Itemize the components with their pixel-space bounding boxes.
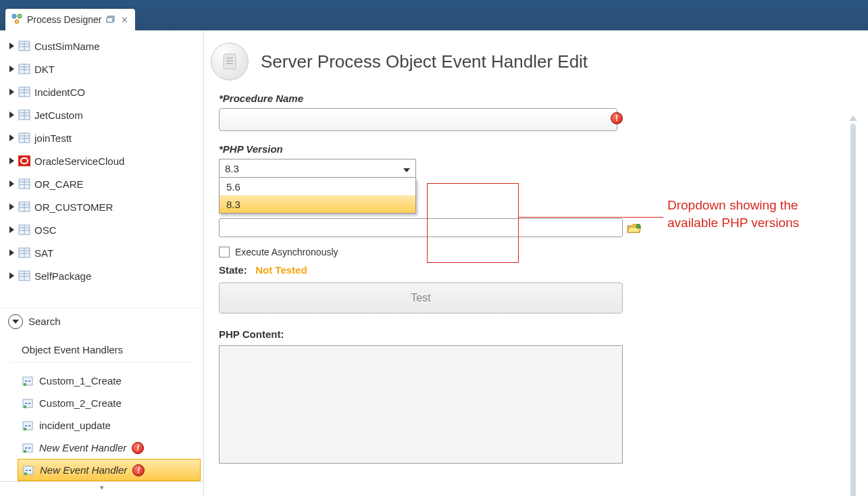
table-icon xyxy=(18,201,30,212)
chevron-down-icon xyxy=(8,314,23,329)
sidebar: CustSimNameDKTIncidentCOJetCustomjoinTes… xyxy=(0,30,204,496)
php-version-value: 8.3 xyxy=(225,163,239,174)
error-icon: ! xyxy=(132,442,144,454)
handler-label: New Event Handler xyxy=(39,442,126,453)
scrollbar[interactable] xyxy=(849,116,857,496)
tree-item[interactable]: IncidentCO xyxy=(5,80,203,103)
php-version-option[interactable]: 5.6 xyxy=(220,178,415,195)
tree-item[interactable]: OR_CARE xyxy=(5,172,203,195)
tree-item-label: JetCustom xyxy=(33,109,83,121)
handler-item[interactable]: New Event Handler! xyxy=(18,437,201,459)
expand-arrow-icon xyxy=(9,203,14,210)
execute-async-label: Execute Asynchronously xyxy=(235,247,338,257)
tree-item-label: OR_CARE xyxy=(33,178,84,190)
sidebar-scroll-down[interactable]: ▾ xyxy=(0,481,203,493)
tree-item-label: DKT xyxy=(33,64,55,75)
tree-item[interactable]: OR_CUSTOMER xyxy=(5,195,203,218)
tree-item-label: SelfPackage xyxy=(33,270,91,282)
restore-window-icon[interactable] xyxy=(106,16,116,24)
table-icon xyxy=(18,224,30,235)
expand-arrow-icon xyxy=(9,66,14,72)
expand-arrow-icon xyxy=(9,111,14,118)
tree-item-label: OracleServiceCloud xyxy=(33,155,124,167)
page-title: Server Process Object Event Handler Edit xyxy=(261,51,588,72)
table-icon xyxy=(18,41,30,51)
tree-item-label: OR_CUSTOMER xyxy=(33,201,113,213)
tree-item-label: joinTestt xyxy=(33,132,72,144)
svg-rect-25 xyxy=(18,155,30,166)
page-header-icon xyxy=(211,43,249,80)
chevron-down-icon xyxy=(403,163,410,174)
table-icon xyxy=(18,109,30,120)
test-button[interactable]: Test xyxy=(219,282,623,314)
error-icon: ! xyxy=(132,464,145,476)
event-handler-icon xyxy=(22,443,34,453)
handler-item[interactable]: Custom_1_Create xyxy=(18,370,201,392)
event-handler-icon xyxy=(22,398,34,409)
svg-point-52 xyxy=(24,427,26,430)
close-tab-icon[interactable]: ✕ xyxy=(120,15,130,25)
tree-item[interactable]: SAT xyxy=(5,241,203,264)
tree-item[interactable]: OSC xyxy=(5,218,203,241)
search-label: Search xyxy=(28,316,61,327)
table-icon xyxy=(18,247,30,258)
handler-label: Custom_1_Create xyxy=(39,375,122,387)
tree-item-label: CustSimName xyxy=(33,41,100,52)
expand-arrow-icon xyxy=(9,134,14,141)
php-version-dropdown: 5.68.3 xyxy=(219,178,416,214)
handler-item[interactable]: incident_update xyxy=(18,414,201,437)
svg-point-50 xyxy=(24,405,26,407)
event-handler-icon xyxy=(22,420,34,431)
expand-arrow-icon xyxy=(9,43,14,49)
svg-point-48 xyxy=(24,382,26,385)
oracle-icon xyxy=(18,155,30,166)
procedure-name-label: *Procedure Name xyxy=(219,93,663,104)
php-content-label: PHP Content: xyxy=(219,328,663,340)
state-label: State: xyxy=(219,264,247,276)
php-version-option[interactable]: 8.3 xyxy=(220,195,415,213)
tree-item[interactable]: joinTestt xyxy=(5,126,203,149)
tree-item[interactable]: OracleServiceCloud xyxy=(5,149,203,172)
tree-item[interactable]: SelfPackage xyxy=(5,264,203,287)
handler-item[interactable]: New Event Handler! xyxy=(18,459,201,481)
table-icon xyxy=(18,64,30,74)
event-handler-icon xyxy=(22,376,34,387)
tree-item[interactable]: CustSimName xyxy=(5,34,203,57)
svg-point-61 xyxy=(636,224,640,228)
tree-item-label: OSC xyxy=(33,224,57,236)
expand-arrow-icon xyxy=(9,272,14,279)
app-tab[interactable]: Process Designer ✕ xyxy=(5,9,135,30)
php-version-select[interactable]: 8.3 xyxy=(219,159,416,178)
table-icon xyxy=(18,270,30,281)
svg-point-0 xyxy=(12,14,16,18)
search-toggle[interactable]: Search xyxy=(0,307,203,334)
table-icon xyxy=(18,86,30,97)
process-designer-icon xyxy=(11,13,23,27)
annotation-text: Dropdown showing the available PHP versi… xyxy=(667,197,843,231)
execute-async-checkbox[interactable] xyxy=(219,247,230,257)
svg-rect-4 xyxy=(107,18,113,22)
handler-label: incident_update xyxy=(39,420,111,431)
handler-label: New Event Handler xyxy=(40,464,127,476)
table-icon xyxy=(18,132,30,143)
file-path-input[interactable] xyxy=(219,218,623,237)
php-version-label: *PHP Version xyxy=(219,143,663,155)
expand-arrow-icon xyxy=(9,180,14,187)
svg-point-56 xyxy=(24,472,27,474)
open-folder-icon[interactable] xyxy=(627,223,642,237)
expand-arrow-icon xyxy=(9,249,14,256)
svg-point-54 xyxy=(24,449,26,452)
content-area: Server Process Object Event Handler Edit… xyxy=(204,30,868,496)
handler-item[interactable]: Custom_2_Create xyxy=(18,392,201,414)
svg-point-1 xyxy=(18,14,22,18)
tree-item[interactable]: DKT xyxy=(5,57,203,80)
tab-title: Process Designer xyxy=(27,14,102,25)
expand-arrow-icon xyxy=(9,157,14,164)
tree-item-label: IncidentCO xyxy=(33,86,85,98)
tree-item[interactable]: JetCustom xyxy=(5,103,203,126)
state-value: Not Tested xyxy=(255,264,307,276)
php-content-textarea[interactable] xyxy=(219,345,623,464)
error-icon: ! xyxy=(611,112,623,124)
handlers-section-title: Object Event Handlers xyxy=(0,334,203,359)
procedure-name-input[interactable] xyxy=(219,108,617,131)
